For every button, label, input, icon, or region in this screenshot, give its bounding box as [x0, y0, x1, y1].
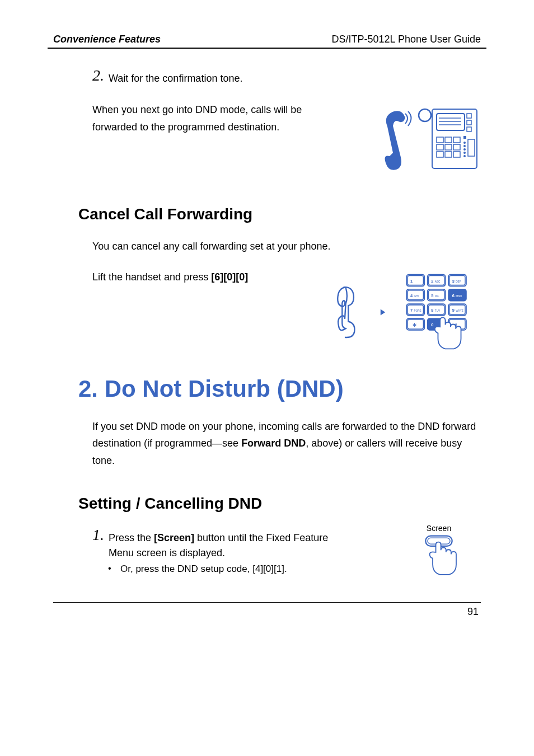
- svg-point-21: [463, 148, 466, 151]
- handset-icon: [332, 279, 363, 346]
- svg-point-19: [463, 142, 466, 144]
- svg-text:ABC: ABC: [435, 280, 441, 283]
- step-2-result-text: When you next go into DND mode, calls wi…: [92, 101, 333, 135]
- cancel-action-pre: Lift the handset and press: [92, 271, 211, 283]
- svg-point-23: [463, 155, 466, 157]
- screen-button-icon: [417, 534, 461, 580]
- header-rule: [48, 48, 486, 49]
- svg-rect-14: [453, 144, 460, 150]
- svg-text:GHI: GHI: [414, 295, 419, 298]
- svg-text:JKL: JKL: [435, 295, 439, 298]
- svg-rect-18: [463, 136, 466, 139]
- step-2-text: Wait for the confirmation tone.: [109, 68, 242, 86]
- setting-cancelling-dnd-heading: Setting / Cancelling DND: [48, 495, 486, 513]
- cancel-intro-text: You can cancel any call forwarding set a…: [92, 238, 481, 255]
- svg-text:∗: ∗: [412, 321, 417, 328]
- screen-button-label: Screen: [427, 524, 451, 533]
- step-1-text: Press the [Screen] button until the Fixe…: [109, 527, 333, 560]
- svg-text:2: 2: [431, 279, 433, 284]
- header-section-title: Convenience Features: [53, 34, 161, 45]
- svg-text:4: 4: [410, 293, 413, 298]
- svg-text:6: 6: [452, 293, 455, 298]
- svg-rect-9: [437, 137, 443, 143]
- cancel-call-forwarding-heading: Cancel Call Forwarding: [48, 205, 486, 223]
- svg-point-20: [463, 145, 466, 147]
- step-1-bullet-text: Or, press the DND setup code, [4][0][1].: [120, 564, 287, 575]
- svg-rect-17: [453, 152, 460, 157]
- do-not-disturb-heading: 2. Do Not Disturb (DND): [48, 375, 486, 402]
- page-number: 91: [48, 606, 486, 618]
- svg-text:DEF: DEF: [456, 280, 461, 283]
- svg-point-22: [463, 152, 466, 154]
- step-number-2: 2.: [92, 68, 104, 86]
- svg-text:WXYZ: WXYZ: [456, 309, 463, 312]
- svg-rect-15: [437, 152, 443, 157]
- footer-rule: [53, 602, 481, 603]
- dnd-intro-text: If you set DND mode on your phone, incom…: [92, 418, 481, 469]
- phone-console-icon: [372, 101, 481, 180]
- svg-rect-16: [445, 152, 452, 157]
- svg-text:7: 7: [410, 308, 413, 313]
- svg-text:1: 1: [410, 279, 413, 284]
- svg-text:MNO: MNO: [456, 295, 462, 298]
- svg-text:0: 0: [431, 322, 433, 327]
- svg-text:PQRS: PQRS: [414, 309, 421, 312]
- svg-text:3: 3: [452, 279, 455, 284]
- svg-rect-24: [468, 139, 475, 156]
- svg-rect-10: [445, 137, 452, 143]
- svg-text:9: 9: [452, 308, 455, 313]
- svg-rect-13: [445, 144, 452, 150]
- svg-marker-25: [381, 309, 385, 316]
- svg-text:TUV: TUV: [435, 309, 441, 312]
- svg-text:5: 5: [431, 293, 433, 298]
- svg-rect-26: [406, 275, 424, 287]
- cancel-action-keys: [6][0][0]: [211, 271, 248, 283]
- svg-point-0: [419, 109, 431, 121]
- svg-rect-11: [453, 137, 460, 143]
- svg-text:8: 8: [431, 308, 433, 313]
- header-doc-title: DS/ITP-5012L Phone User Guide: [332, 34, 481, 45]
- svg-rect-12: [437, 144, 443, 150]
- bullet-icon: •: [108, 564, 120, 575]
- step-number-1: 1.: [92, 527, 104, 560]
- svg-rect-2: [437, 114, 465, 130]
- svg-rect-8: [467, 127, 471, 132]
- hand-pointer-icon: [430, 542, 456, 575]
- arrow-right-icon: [379, 308, 387, 316]
- keypad-icon: 1 2ABC 3DEF 4GHI 5JKL 6MNO 7PQRS: [402, 270, 481, 354]
- svg-rect-6: [467, 114, 471, 118]
- svg-rect-7: [467, 120, 471, 125]
